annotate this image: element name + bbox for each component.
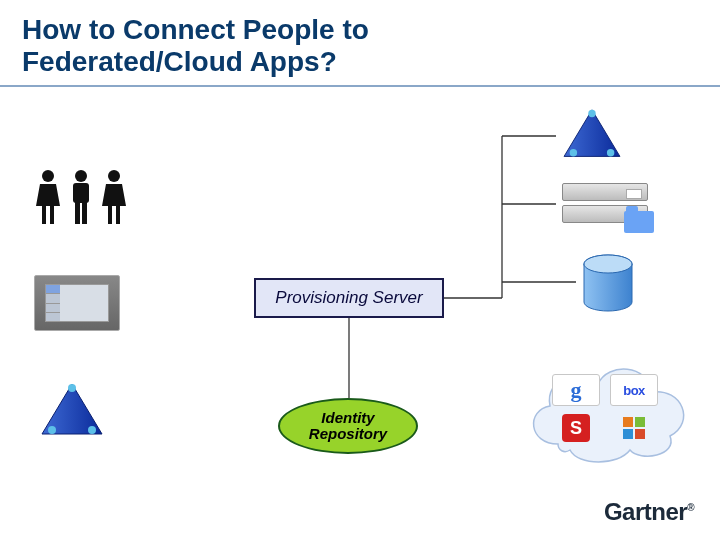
identity-repository-ellipse: Identity Repository (278, 398, 418, 454)
svg-point-17 (588, 110, 595, 117)
svg-point-14 (48, 426, 56, 434)
svg-point-6 (42, 170, 54, 182)
directory-pyramid-icon (562, 108, 622, 162)
title-line-2: Federated/Cloud Apps? (22, 46, 337, 77)
server-stack-icon (562, 183, 648, 227)
google-app-icon: g (552, 374, 600, 406)
person-female-icon (34, 168, 62, 224)
svg-rect-9 (75, 202, 80, 224)
brand-mark: ® (687, 502, 694, 513)
page-title: How to Connect People to Federated/Cloud… (22, 14, 369, 78)
svg-rect-8 (73, 183, 89, 203)
socialcast-app-icon: S (552, 412, 600, 444)
cloud-app-grid: g box S (552, 374, 658, 444)
svg-point-11 (108, 170, 120, 182)
database-icon (582, 254, 634, 314)
identity-repo-line2: Repository (309, 425, 387, 442)
folder-icon (624, 211, 654, 233)
svg-point-19 (607, 149, 614, 156)
people-icon (34, 168, 128, 224)
identity-repo-line1: Identity (321, 409, 374, 426)
person-female-icon (100, 168, 128, 224)
brand-text: Gartner (604, 498, 687, 525)
svg-point-7 (75, 170, 87, 182)
hr-system-icon (34, 275, 120, 331)
title-underline (0, 85, 720, 87)
directory-pyramid-icon (40, 382, 104, 440)
gartner-logo: Gartner® (604, 498, 694, 526)
svg-point-21 (584, 255, 632, 273)
box-app-icon: box (610, 374, 658, 406)
cloud-icon: g box S (520, 348, 696, 466)
office-app-icon (610, 412, 658, 444)
svg-point-13 (68, 384, 76, 392)
svg-rect-10 (82, 202, 87, 224)
provisioning-server-box: Provisioning Server (254, 278, 444, 318)
svg-point-15 (88, 426, 96, 434)
provisioning-server-label: Provisioning Server (275, 288, 422, 307)
hr-screen (45, 284, 109, 322)
person-male-icon (68, 168, 94, 224)
svg-point-18 (570, 149, 577, 156)
title-line-1: How to Connect People to (22, 14, 369, 45)
